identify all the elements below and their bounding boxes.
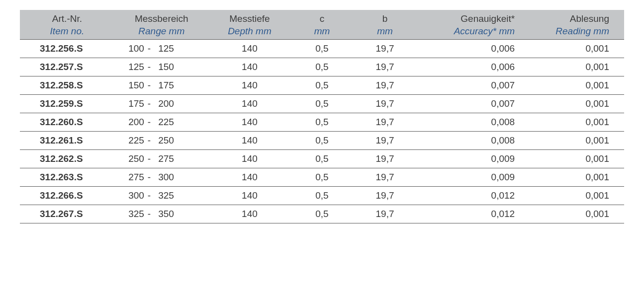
- table-header-row: Art.-Nr. Item no. Messbereich Range mm M…: [20, 10, 624, 40]
- cell-b: 19,7: [354, 76, 417, 95]
- header-art-en: Item no.: [25, 25, 109, 38]
- cell-depth: 140: [209, 95, 291, 113]
- cell-art: 312.266.S: [20, 187, 114, 205]
- cell-accuracy: 0,008: [416, 132, 530, 150]
- cell-depth: 140: [209, 113, 291, 132]
- cell-accuracy: 0,007: [416, 95, 530, 113]
- table-row: 312.263.S275-3001400,519,70,0090,001: [20, 168, 624, 187]
- table-row: 312.259.S175-2001400,519,70,0070,001: [20, 95, 624, 113]
- cell-c: 0,5: [290, 205, 354, 223]
- cell-b: 19,7: [354, 187, 417, 205]
- cell-b: 19,7: [354, 132, 417, 150]
- header-accuracy-en: Accuracy* mm: [421, 25, 515, 38]
- cell-reading: 0,001: [530, 187, 624, 205]
- cell-reading: 0,001: [530, 132, 624, 150]
- cell-range: 275-300: [114, 168, 209, 187]
- cell-depth: 140: [209, 187, 291, 205]
- cell-accuracy: 0,009: [416, 150, 530, 168]
- cell-depth: 140: [209, 168, 291, 187]
- cell-accuracy: 0,007: [416, 76, 530, 95]
- cell-art: 312.261.S: [20, 132, 114, 150]
- cell-reading: 0,001: [530, 95, 624, 113]
- header-depth: Messtiefe Depth mm: [209, 10, 291, 40]
- cell-b: 19,7: [354, 205, 417, 223]
- cell-c: 0,5: [290, 132, 354, 150]
- cell-accuracy: 0,008: [416, 113, 530, 132]
- cell-range: 250-275: [114, 150, 209, 168]
- header-range-en: Range mm: [119, 25, 204, 38]
- header-depth-de: Messtiefe: [214, 13, 286, 25]
- cell-reading: 0,001: [530, 113, 624, 132]
- cell-b: 19,7: [354, 150, 417, 168]
- cell-art: 312.267.S: [20, 205, 114, 223]
- cell-c: 0,5: [290, 40, 354, 58]
- cell-range: 150-175: [114, 76, 209, 95]
- cell-range: 175-200: [114, 95, 209, 113]
- cell-reading: 0,001: [530, 40, 624, 58]
- cell-accuracy: 0,006: [416, 40, 530, 58]
- cell-accuracy: 0,012: [416, 205, 530, 223]
- cell-art: 312.256.S: [20, 40, 114, 58]
- header-depth-en: Depth mm: [214, 25, 286, 38]
- cell-b: 19,7: [354, 58, 417, 76]
- cell-depth: 140: [209, 40, 291, 58]
- cell-reading: 0,001: [530, 150, 624, 168]
- table-row: 312.257.S125-1501400,519,70,0060,001: [20, 58, 624, 76]
- cell-c: 0,5: [290, 187, 354, 205]
- header-range-de: Messbereich: [119, 13, 204, 25]
- cell-reading: 0,001: [530, 205, 624, 223]
- cell-c: 0,5: [290, 168, 354, 187]
- header-reading-en: Reading mm: [535, 25, 609, 38]
- header-b-de: b: [359, 13, 412, 25]
- header-accuracy: Genauigkeit* Accuracy* mm: [416, 10, 530, 40]
- header-art-de: Art.-Nr.: [25, 13, 109, 25]
- cell-range: 125-150: [114, 58, 209, 76]
- cell-depth: 140: [209, 132, 291, 150]
- table-row: 312.260.S200-2251400,519,70,0080,001: [20, 113, 624, 132]
- spec-table: Art.-Nr. Item no. Messbereich Range mm M…: [20, 10, 624, 223]
- cell-accuracy: 0,006: [416, 58, 530, 76]
- cell-accuracy: 0,012: [416, 187, 530, 205]
- cell-c: 0,5: [290, 76, 354, 95]
- cell-b: 19,7: [354, 40, 417, 58]
- header-range: Messbereich Range mm: [114, 10, 209, 40]
- table-row: 312.256.S100-1251400,519,70,0060,001: [20, 40, 624, 58]
- header-reading-de: Ablesung: [535, 13, 609, 25]
- cell-b: 19,7: [354, 95, 417, 113]
- cell-art: 312.262.S: [20, 150, 114, 168]
- header-accuracy-de: Genauigkeit*: [421, 13, 515, 25]
- cell-range: 225-250: [114, 132, 209, 150]
- cell-depth: 140: [209, 150, 291, 168]
- cell-range: 300-325: [114, 187, 209, 205]
- header-reading: Ablesung Reading mm: [530, 10, 624, 40]
- table-row: 312.258.S150-1751400,519,70,0070,001: [20, 76, 624, 95]
- header-c-de: c: [295, 13, 349, 25]
- table-row: 312.266.S300-3251400,519,70,0120,001: [20, 187, 624, 205]
- header-b: b mm: [354, 10, 417, 40]
- cell-b: 19,7: [354, 113, 417, 132]
- cell-depth: 140: [209, 205, 291, 223]
- cell-c: 0,5: [290, 150, 354, 168]
- cell-c: 0,5: [290, 58, 354, 76]
- cell-art: 312.258.S: [20, 76, 114, 95]
- cell-c: 0,5: [290, 95, 354, 113]
- table-row: 312.261.S225-2501400,519,70,0080,001: [20, 132, 624, 150]
- header-b-en: mm: [359, 25, 412, 38]
- cell-reading: 0,001: [530, 58, 624, 76]
- table-row: 312.267.S325-3501400,519,70,0120,001: [20, 205, 624, 223]
- header-c-en: mm: [295, 25, 349, 38]
- cell-c: 0,5: [290, 113, 354, 132]
- cell-art: 312.260.S: [20, 113, 114, 132]
- cell-art: 312.259.S: [20, 95, 114, 113]
- cell-accuracy: 0,009: [416, 168, 530, 187]
- cell-art: 312.257.S: [20, 58, 114, 76]
- cell-depth: 140: [209, 58, 291, 76]
- cell-range: 200-225: [114, 113, 209, 132]
- cell-reading: 0,001: [530, 76, 624, 95]
- header-art: Art.-Nr. Item no.: [20, 10, 114, 40]
- cell-range: 100-125: [114, 40, 209, 58]
- cell-range: 325-350: [114, 205, 209, 223]
- table-row: 312.262.S250-2751400,519,70,0090,001: [20, 150, 624, 168]
- cell-art: 312.263.S: [20, 168, 114, 187]
- table-body: 312.256.S100-1251400,519,70,0060,001312.…: [20, 40, 624, 223]
